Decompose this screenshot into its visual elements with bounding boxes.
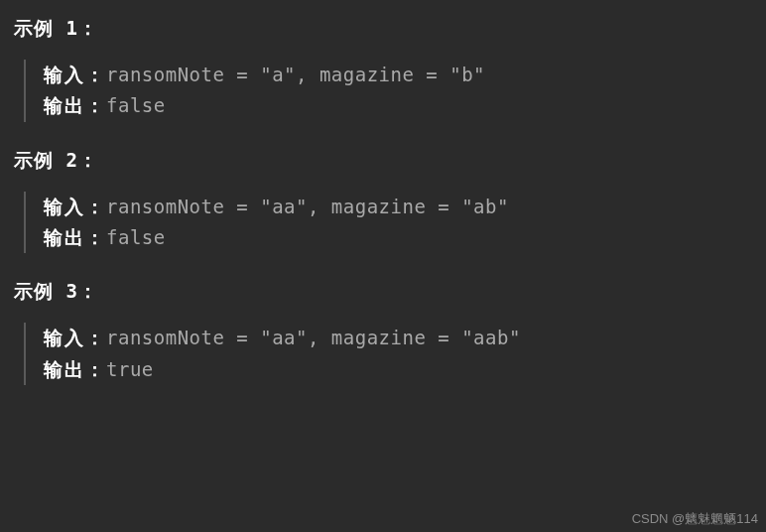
input-value: ransomNote = "aa", magazine = "ab": [106, 196, 509, 217]
code-block: 输入：ransomNote = "aa", magazine = "ab" 输出…: [24, 192, 766, 254]
input-value: ransomNote = "aa", magazine = "aab": [106, 327, 521, 348]
example-title: 示例 1：: [14, 16, 766, 42]
watermark: CSDN @魑魅魍魉114: [632, 510, 758, 528]
input-label: 输入：: [44, 65, 106, 85]
output-line: 输出：false: [44, 222, 766, 253]
input-line: 输入：ransomNote = "aa", magazine = "ab": [44, 192, 766, 222]
input-label: 输入：: [44, 197, 106, 217]
output-value: false: [106, 226, 166, 248]
example-block-1: 示例 1： 输入：ransomNote = "a", magazine = "b…: [14, 16, 766, 122]
input-line: 输入：ransomNote = "a", magazine = "b": [44, 60, 766, 90]
output-line: 输出：false: [44, 90, 766, 121]
input-value: ransomNote = "a", magazine = "b": [106, 64, 485, 85]
output-label: 输出：: [44, 359, 106, 380]
output-label: 输出：: [44, 227, 106, 248]
input-label: 输入：: [44, 328, 106, 348]
example-title: 示例 3：: [14, 279, 766, 305]
output-line: 输出：true: [44, 354, 766, 385]
input-line: 输入：ransomNote = "aa", magazine = "aab": [44, 323, 766, 353]
example-block-2: 示例 2： 输入：ransomNote = "aa", magazine = "…: [14, 148, 766, 254]
code-block: 输入：ransomNote = "a", magazine = "b" 输出：f…: [24, 60, 766, 122]
output-value: false: [106, 94, 166, 116]
example-title: 示例 2：: [14, 148, 766, 174]
output-value: true: [106, 358, 154, 380]
example-block-3: 示例 3： 输入：ransomNote = "aa", magazine = "…: [14, 279, 766, 385]
output-label: 输出：: [44, 95, 106, 116]
code-block: 输入：ransomNote = "aa", magazine = "aab" 输…: [24, 323, 766, 385]
